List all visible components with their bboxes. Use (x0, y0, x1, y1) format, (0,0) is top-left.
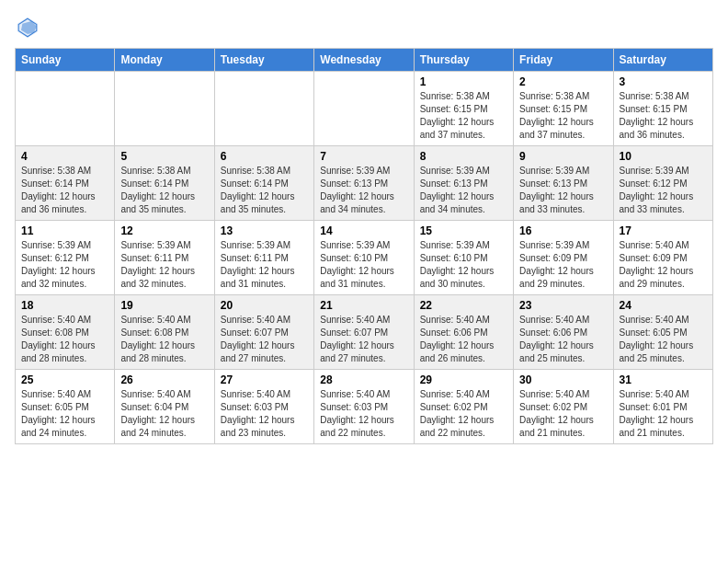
day-number: 29 (420, 373, 507, 386)
header-day-saturday: Saturday (613, 49, 712, 72)
day-number: 5 (120, 150, 208, 163)
week-row-3: 11Sunrise: 5:39 AM Sunset: 6:12 PM Dayli… (16, 221, 713, 295)
week-row-2: 4Sunrise: 5:38 AM Sunset: 6:14 PM Daylig… (16, 146, 713, 221)
day-cell: 27Sunrise: 5:40 AM Sunset: 6:03 PM Dayli… (214, 370, 313, 444)
day-cell: 30Sunrise: 5:40 AM Sunset: 6:02 PM Dayli… (514, 370, 613, 444)
week-row-5: 25Sunrise: 5:40 AM Sunset: 6:05 PM Dayli… (16, 370, 713, 444)
day-info: Sunrise: 5:39 AM Sunset: 6:09 PM Dayligh… (519, 239, 607, 291)
day-info: Sunrise: 5:40 AM Sunset: 6:09 PM Dayligh… (620, 239, 707, 291)
day-cell: 4Sunrise: 5:38 AM Sunset: 6:14 PM Daylig… (16, 146, 115, 221)
day-number: 13 (221, 224, 308, 237)
header-row: SundayMondayTuesdayWednesdayThursdayFrid… (16, 49, 713, 72)
header-day-thursday: Thursday (414, 49, 513, 72)
day-info: Sunrise: 5:40 AM Sunset: 6:02 PM Dayligh… (519, 388, 607, 440)
day-info: Sunrise: 5:40 AM Sunset: 6:02 PM Dayligh… (420, 388, 507, 440)
day-cell: 23Sunrise: 5:40 AM Sunset: 6:06 PM Dayli… (514, 295, 613, 370)
day-cell: 12Sunrise: 5:39 AM Sunset: 6:11 PM Dayli… (115, 221, 214, 295)
header-day-monday: Monday (115, 49, 214, 72)
day-info: Sunrise: 5:40 AM Sunset: 6:06 PM Dayligh… (420, 314, 507, 365)
day-cell: 25Sunrise: 5:40 AM Sunset: 6:05 PM Dayli… (16, 370, 115, 444)
day-number: 3 (620, 75, 707, 88)
day-info: Sunrise: 5:39 AM Sunset: 6:13 PM Dayligh… (519, 165, 607, 216)
logo (15, 15, 44, 40)
day-info: Sunrise: 5:40 AM Sunset: 6:03 PM Dayligh… (320, 388, 407, 440)
day-number: 21 (320, 299, 407, 312)
day-info: Sunrise: 5:38 AM Sunset: 6:15 PM Dayligh… (519, 90, 607, 142)
day-cell: 26Sunrise: 5:40 AM Sunset: 6:04 PM Dayli… (115, 370, 214, 444)
day-cell: 2Sunrise: 5:38 AM Sunset: 6:15 PM Daylig… (514, 72, 613, 146)
day-number: 6 (221, 150, 308, 163)
day-info: Sunrise: 5:40 AM Sunset: 6:05 PM Dayligh… (620, 314, 707, 365)
header-day-friday: Friday (514, 49, 613, 72)
day-info: Sunrise: 5:39 AM Sunset: 6:13 PM Dayligh… (320, 165, 407, 216)
day-number: 9 (519, 150, 607, 163)
day-info: Sunrise: 5:39 AM Sunset: 6:10 PM Dayligh… (420, 239, 507, 291)
day-cell: 11Sunrise: 5:39 AM Sunset: 6:12 PM Dayli… (16, 221, 115, 295)
day-cell: 14Sunrise: 5:39 AM Sunset: 6:10 PM Dayli… (314, 221, 414, 295)
day-number: 16 (519, 224, 607, 237)
day-number: 19 (120, 299, 208, 312)
day-info: Sunrise: 5:40 AM Sunset: 6:07 PM Dayligh… (221, 314, 308, 365)
day-number: 17 (620, 224, 707, 237)
day-cell (115, 72, 214, 146)
day-cell: 10Sunrise: 5:39 AM Sunset: 6:12 PM Dayli… (613, 146, 712, 221)
day-info: Sunrise: 5:40 AM Sunset: 6:08 PM Dayligh… (120, 314, 208, 365)
day-info: Sunrise: 5:40 AM Sunset: 6:04 PM Dayligh… (120, 388, 208, 440)
week-row-4: 18Sunrise: 5:40 AM Sunset: 6:08 PM Dayli… (16, 295, 713, 370)
day-cell: 1Sunrise: 5:38 AM Sunset: 6:15 PM Daylig… (414, 72, 513, 146)
header-day-wednesday: Wednesday (314, 49, 414, 72)
day-number: 23 (519, 299, 607, 312)
day-number: 28 (320, 373, 407, 386)
day-info: Sunrise: 5:40 AM Sunset: 6:03 PM Dayligh… (221, 388, 308, 440)
day-cell: 31Sunrise: 5:40 AM Sunset: 6:01 PM Dayli… (613, 370, 712, 444)
day-number: 25 (21, 373, 108, 386)
day-cell (314, 72, 414, 146)
day-number: 31 (620, 373, 707, 386)
day-number: 15 (420, 224, 507, 237)
day-info: Sunrise: 5:38 AM Sunset: 6:14 PM Dayligh… (21, 165, 108, 216)
day-cell: 29Sunrise: 5:40 AM Sunset: 6:02 PM Dayli… (414, 370, 513, 444)
day-cell: 19Sunrise: 5:40 AM Sunset: 6:08 PM Dayli… (115, 295, 214, 370)
header-day-tuesday: Tuesday (214, 49, 313, 72)
day-number: 2 (519, 75, 607, 88)
day-number: 8 (420, 150, 507, 163)
day-info: Sunrise: 5:40 AM Sunset: 6:08 PM Dayligh… (21, 314, 108, 365)
day-info: Sunrise: 5:39 AM Sunset: 6:13 PM Dayligh… (420, 165, 507, 216)
day-number: 30 (519, 373, 607, 386)
day-info: Sunrise: 5:40 AM Sunset: 6:07 PM Dayligh… (320, 314, 407, 365)
day-info: Sunrise: 5:38 AM Sunset: 6:15 PM Dayligh… (620, 90, 707, 142)
day-cell: 16Sunrise: 5:39 AM Sunset: 6:09 PM Dayli… (514, 221, 613, 295)
day-number: 7 (320, 150, 407, 163)
week-row-1: 1Sunrise: 5:38 AM Sunset: 6:15 PM Daylig… (16, 72, 713, 146)
day-number: 27 (221, 373, 308, 386)
day-info: Sunrise: 5:39 AM Sunset: 6:12 PM Dayligh… (620, 165, 707, 216)
day-number: 26 (120, 373, 208, 386)
day-cell: 21Sunrise: 5:40 AM Sunset: 6:07 PM Dayli… (314, 295, 414, 370)
day-number: 4 (21, 150, 108, 163)
calendar-table: SundayMondayTuesdayWednesdayThursdayFrid… (15, 48, 713, 444)
day-cell (214, 72, 313, 146)
day-cell: 24Sunrise: 5:40 AM Sunset: 6:05 PM Dayli… (613, 295, 712, 370)
header (15, 15, 713, 40)
day-number: 18 (21, 299, 108, 312)
day-cell: 22Sunrise: 5:40 AM Sunset: 6:06 PM Dayli… (414, 295, 513, 370)
day-number: 12 (120, 224, 208, 237)
day-number: 10 (620, 150, 707, 163)
day-number: 14 (320, 224, 407, 237)
day-info: Sunrise: 5:39 AM Sunset: 6:11 PM Dayligh… (120, 239, 208, 291)
day-cell (16, 72, 115, 146)
day-number: 22 (420, 299, 507, 312)
day-info: Sunrise: 5:39 AM Sunset: 6:10 PM Dayligh… (320, 239, 407, 291)
day-info: Sunrise: 5:38 AM Sunset: 6:14 PM Dayligh… (120, 165, 208, 216)
day-info: Sunrise: 5:38 AM Sunset: 6:15 PM Dayligh… (420, 90, 507, 142)
day-cell: 5Sunrise: 5:38 AM Sunset: 6:14 PM Daylig… (115, 146, 214, 221)
day-info: Sunrise: 5:39 AM Sunset: 6:11 PM Dayligh… (221, 239, 308, 291)
day-cell: 8Sunrise: 5:39 AM Sunset: 6:13 PM Daylig… (414, 146, 513, 221)
day-cell: 9Sunrise: 5:39 AM Sunset: 6:13 PM Daylig… (514, 146, 613, 221)
day-cell: 3Sunrise: 5:38 AM Sunset: 6:15 PM Daylig… (613, 72, 712, 146)
day-cell: 17Sunrise: 5:40 AM Sunset: 6:09 PM Dayli… (613, 221, 712, 295)
day-info: Sunrise: 5:40 AM Sunset: 6:01 PM Dayligh… (620, 388, 707, 440)
day-cell: 18Sunrise: 5:40 AM Sunset: 6:08 PM Dayli… (16, 295, 115, 370)
day-cell: 28Sunrise: 5:40 AM Sunset: 6:03 PM Dayli… (314, 370, 414, 444)
day-number: 1 (420, 75, 507, 88)
